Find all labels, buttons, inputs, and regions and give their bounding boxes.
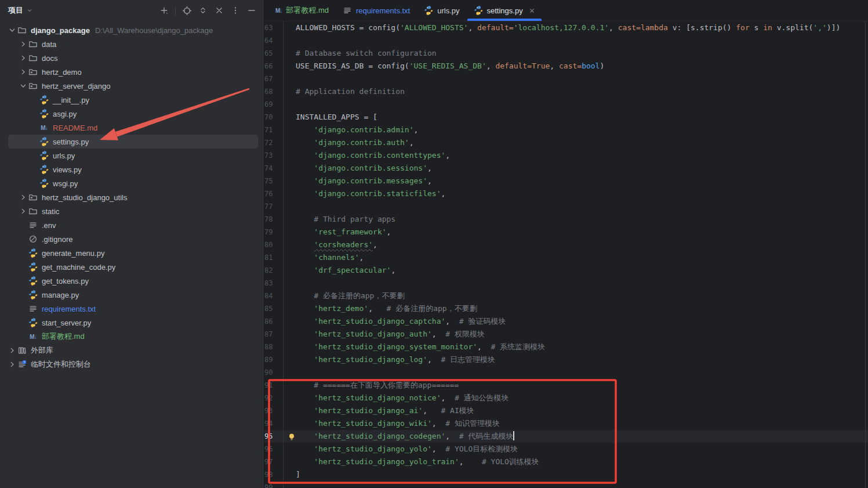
line-number[interactable]: 92 — [264, 392, 284, 404]
chevron-down-icon[interactable] — [26, 7, 33, 14]
project-tree: django_packageD:\All_Warehouse\django_pa… — [0, 21, 264, 488]
code-line-text: 'django.contrib.contenttypes', — [284, 149, 868, 162]
line-number[interactable]: 88 — [264, 341, 284, 353]
line-number[interactable]: 72 — [264, 136, 284, 149]
tree-item-item-24[interactable]: 临时文件和控制台 — [0, 357, 264, 371]
line-number[interactable]: 95 — [264, 430, 284, 443]
line-number[interactable]: 94 — [264, 417, 284, 430]
expand-all-button[interactable] — [198, 5, 208, 16]
chevron-right-icon[interactable] — [7, 360, 17, 369]
line-number[interactable]: 77 — [264, 200, 284, 213]
editor-scrollbar-track[interactable] — [865, 21, 866, 488]
hide-panel-button[interactable] — [246, 5, 257, 16]
tree-item-data[interactable]: data — [0, 37, 264, 51]
line-number[interactable]: 93 — [264, 404, 284, 417]
line-number[interactable]: 98 — [264, 468, 284, 481]
chevron-right-icon[interactable] — [18, 67, 28, 77]
code-line-text: ] — [284, 468, 868, 481]
add-button[interactable] — [159, 5, 169, 16]
tree-item-label: data — [42, 40, 56, 49]
tab-urls-py[interactable]: urls.py — [417, 0, 466, 21]
tree-item-asgi-py[interactable]: asgi.py — [0, 107, 264, 121]
line-number[interactable]: 69 — [264, 98, 284, 111]
line-number[interactable]: 78 — [264, 213, 284, 226]
tree-item-get-tokens-py[interactable]: get_tokens.py — [0, 274, 264, 288]
line-number[interactable]: 73 — [264, 149, 284, 162]
project-panel-title[interactable]: 项目 — [8, 5, 23, 16]
tree-item-urls-py[interactable]: urls.py — [0, 149, 264, 162]
tree-item-manage-py[interactable]: manage.py — [0, 288, 264, 302]
line-number[interactable]: 96 — [264, 443, 284, 456]
line-number[interactable]: 64 — [264, 34, 284, 47]
chevron-right-icon[interactable] — [18, 193, 28, 202]
chevron-right-icon[interactable] — [18, 53, 28, 63]
tree-item-label: wsgi.py — [53, 179, 78, 188]
tree-item-wsgi-py[interactable]: wsgi.py — [0, 176, 264, 190]
line-number[interactable]: 89 — [264, 353, 284, 366]
code-line-91: 91 # ======在下面导入你需要的app====== — [264, 379, 868, 392]
tab-md[interactable]: M↓部署教程.md — [268, 0, 336, 21]
tree-item-requirements-txt[interactable]: requirements.txt — [0, 302, 264, 316]
line-number[interactable]: 70 — [264, 111, 284, 124]
tree-item-views-py[interactable]: views.py — [0, 162, 264, 176]
tree-item-get-machine-code-py[interactable]: get_machine_code.py — [0, 260, 264, 274]
line-number[interactable]: 91 — [264, 379, 284, 392]
tree-item-hertz-studio-django-utils[interactable]: hertz_studio_django_utils — [0, 190, 264, 204]
collapse-all-button[interactable] — [214, 5, 224, 16]
tree-item-hertz-demo[interactable]: hertz_demo — [0, 65, 264, 79]
tree-item-start-server-py[interactable]: start_server.py — [0, 316, 264, 330]
tree-item-env[interactable]: .env — [0, 218, 264, 232]
tree-item-init-py[interactable]: __init__.py — [0, 93, 264, 107]
tree-item-django-package[interactable]: django_packageD:\All_Warehouse\django_pa… — [0, 23, 264, 37]
tree-item-gitignore[interactable]: .gitignore — [0, 232, 264, 246]
tree-item-item-23[interactable]: 外部库 — [0, 344, 264, 357]
code-line-73: 73 'django.contrib.contenttypes', — [264, 149, 868, 162]
tree-item-static[interactable]: static — [0, 204, 264, 218]
tree-item-md[interactable]: M↓部署教程.md — [0, 330, 264, 344]
line-number[interactable]: 99 — [264, 481, 284, 488]
chevron-right-icon[interactable] — [18, 207, 28, 216]
line-number[interactable]: 67 — [264, 73, 284, 85]
tree-item-hertz-server-django[interactable]: hertz_server_django — [0, 79, 264, 93]
tab-requirements-txt[interactable]: requirements.txt — [336, 0, 417, 21]
line-number[interactable]: 79 — [264, 226, 284, 238]
line-number[interactable]: 87 — [264, 328, 284, 341]
line-number[interactable]: 81 — [264, 251, 284, 264]
line-number[interactable]: 66 — [264, 60, 284, 73]
code-line-85: 85 'hertz_demo', # 必备注册的app，不要删 — [264, 302, 868, 315]
line-number[interactable]: 90 — [264, 366, 284, 379]
line-number[interactable]: 76 — [264, 187, 284, 200]
code-line-text: ALLOWED_HOSTS = config('ALLOWED_HOSTS', … — [284, 21, 868, 34]
project-root-path: D:\All_Warehouse\django_package — [95, 26, 213, 35]
ide-window: 项目 django_packageD:\All_Warehouse\django… — [0, 0, 868, 488]
chevron-down-icon[interactable] — [18, 81, 28, 91]
tree-item-label: manage.py — [42, 291, 79, 299]
line-number[interactable]: 63 — [264, 21, 284, 34]
line-number[interactable]: 84 — [264, 290, 284, 302]
line-number[interactable]: 97 — [264, 456, 284, 468]
line-number[interactable]: 83 — [264, 277, 284, 290]
locate-file-button[interactable] — [181, 5, 192, 16]
close-tab-icon[interactable] — [529, 8, 535, 14]
code-line-text: 'drf_spectacular', — [284, 264, 868, 277]
tree-item-readme-md[interactable]: M↓README.md — [0, 121, 264, 135]
more-options-button[interactable] — [230, 5, 241, 16]
line-number[interactable]: 86 — [264, 315, 284, 328]
line-number[interactable]: 80 — [264, 238, 284, 251]
line-number[interactable]: 82 — [264, 264, 284, 277]
chevron-right-icon[interactable] — [18, 39, 28, 49]
line-number[interactable]: 65 — [264, 47, 284, 60]
tree-item-settings-py[interactable]: settings.py — [0, 135, 264, 149]
line-number[interactable]: 71 — [264, 124, 284, 136]
line-number[interactable]: 75 — [264, 175, 284, 187]
tab-settings-py[interactable]: settings.py — [467, 0, 542, 21]
tree-item-generate-menu-py[interactable]: generate_menu.py — [0, 246, 264, 260]
line-number[interactable]: 74 — [264, 162, 284, 175]
code-editor[interactable]: 63ALLOWED_HOSTS = config('ALLOWED_HOSTS'… — [264, 21, 868, 488]
tree-item-docs[interactable]: docs — [0, 51, 264, 65]
chevron-down-icon[interactable] — [7, 26, 17, 35]
line-number[interactable]: 68 — [264, 85, 284, 98]
chevron-right-icon[interactable] — [7, 346, 17, 355]
code-line-71: 71 'django.contrib.admin', — [264, 124, 868, 136]
line-number[interactable]: 85 — [264, 302, 284, 315]
